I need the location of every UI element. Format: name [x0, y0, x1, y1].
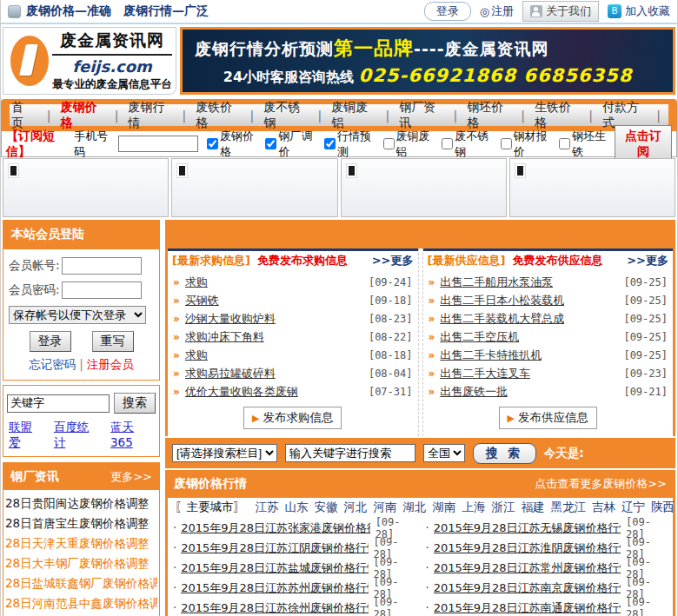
link-lantian365[interactable]: 蓝天365 — [110, 420, 156, 451]
checkbox-scrap-steel-price[interactable] — [207, 138, 218, 149]
checkbox-billet-pigiron[interactable] — [559, 138, 570, 149]
price-link[interactable]: 2015年9月28日江苏张家港废钢价格行情 — [181, 520, 370, 536]
phone-input[interactable] — [118, 136, 198, 152]
nav-item-copper-aluminum[interactable]: 废铜废铝 — [329, 100, 377, 131]
factory-news-item[interactable]: 28日贵阳闽达废钢价格调整 — [5, 493, 157, 513]
subscribe-option[interactable]: 钢坯生铁 — [559, 129, 609, 160]
factory-news-item[interactable]: 28日大丰钢厂废钢价格调整 — [5, 553, 157, 573]
password-input[interactable] — [62, 282, 142, 299]
account-input[interactable] — [62, 257, 142, 275]
ad-banner[interactable]: 废钢行情分析预测第一品牌----废金属资讯网 24小时客服咨询热线 025-66… — [180, 27, 675, 95]
logo[interactable]: 废金属资讯网 feijs.com 最专业的废金属信息平台 — [3, 27, 176, 95]
supply-item-link[interactable]: 出售二手大连叉车 — [440, 366, 530, 381]
factory-news-more-link[interactable]: 更多>> — [110, 469, 152, 485]
price-link[interactable]: 2015年9月28日江苏南京废钢价格行情 — [434, 580, 621, 596]
subscribe-option[interactable]: 钢材报价 — [501, 129, 551, 160]
subscribe-option[interactable]: 废钢价格 — [207, 129, 257, 160]
price-link[interactable]: 2015年9月28日江苏盐城废钢价格行情 — [181, 560, 368, 576]
buy-item-link[interactable]: 求购冲床下角料 — [185, 329, 264, 345]
supply-item-link[interactable]: 出售二手船用水泵油泵 — [440, 275, 553, 290]
city-link-hebei[interactable]: 河北 — [344, 500, 368, 515]
subscribe-option[interactable]: 钢厂调价 — [265, 129, 316, 160]
subscribe-option[interactable]: 废不锈钢 — [442, 129, 492, 160]
member-login-button[interactable]: 登录 — [30, 331, 71, 352]
city-link-jiangsu[interactable]: 江苏 — [256, 500, 279, 515]
nav-item-billet-price[interactable]: 钢坯价格 — [465, 100, 513, 131]
city-link-shaanxi[interactable]: 陕西 — [651, 500, 675, 515]
city-link-heilongjiang[interactable]: 黑龙江 — [551, 500, 587, 515]
price-link[interactable]: 2015年9月28日江苏苏州废钢价格行情 — [181, 580, 368, 596]
nav-item-pig-iron-price[interactable]: 生铁价格 — [533, 100, 581, 131]
price-link[interactable]: 2015年9月28日江苏江阴废钢价格行情 — [181, 540, 368, 556]
nav-item-stainless[interactable]: 废不锈钢 — [262, 100, 309, 131]
price-link[interactable]: 2015年9月28日江苏常州废钢价格行情 — [434, 560, 621, 576]
price-link[interactable]: 2015年9月28日江苏南通废钢价格行情 — [434, 600, 621, 616]
nav-item-mill-news[interactable]: 钢厂资讯 — [397, 100, 445, 131]
subscribe-option[interactable]: 行情预测 — [324, 129, 375, 160]
factory-news-item[interactable]: 28日盐城联鑫钢厂废钢价格调整 — [5, 573, 157, 593]
add-favorite-button[interactable]: B加入收藏 — [608, 3, 670, 19]
search-button[interactable]: 搜索 — [114, 393, 156, 414]
nav-item-scrap-iron-price[interactable]: 废铁价格 — [194, 100, 242, 131]
city-link-shanghai[interactable]: 上海 — [462, 500, 486, 515]
region-select[interactable]: 全国 — [423, 444, 465, 462]
city-link-shandong[interactable]: 山东 — [285, 500, 309, 515]
price-keyword-input[interactable] — [285, 444, 415, 462]
supply-item-link[interactable]: 出售废铁一批 — [440, 384, 508, 400]
buy-more-link[interactable]: >>更多 — [372, 253, 414, 268]
factory-news-item[interactable]: 28日首唐宝生废钢价格调整 — [5, 513, 157, 533]
keyword-input[interactable] — [7, 394, 110, 413]
nav-item-home[interactable]: 首 页 — [10, 100, 39, 131]
ad-placeholder[interactable] — [3, 158, 169, 217]
price-link[interactable]: 2015年9月28日江苏徐州废钢价格行情 — [181, 600, 368, 616]
checkbox-steel-quote[interactable] — [501, 138, 512, 149]
checkbox-copper-aluminum[interactable] — [383, 138, 395, 149]
buy-item-link[interactable]: 求购易拉罐破碎料 — [185, 366, 276, 381]
about-us-button[interactable]: 关于我们 — [522, 1, 599, 22]
login-button[interactable]: 登录 — [424, 2, 471, 21]
ad-placeholder[interactable] — [171, 158, 337, 217]
buy-item-link[interactable]: 买钢铁 — [185, 293, 219, 308]
city-link-jilin[interactable]: 吉林 — [592, 500, 615, 515]
supply-free-post-link[interactable]: 免费发布供应信息 — [512, 253, 602, 268]
price-link[interactable]: 2015年9月28日江苏无锡废钢价格行情 — [434, 520, 621, 536]
post-supply-button[interactable]: ▶发布供应信息 — [499, 407, 597, 429]
city-link-hunan[interactable]: 湖南 — [433, 500, 456, 515]
subscribe-option[interactable]: 废铜废铝 — [383, 129, 434, 160]
buy-free-post-link[interactable]: 免费发布求购信息 — [257, 253, 348, 268]
ad-placeholder[interactable] — [509, 158, 675, 217]
nav-item-scrap-steel-price[interactable]: 废钢价格 — [58, 100, 106, 131]
city-link-henan[interactable]: 河南 — [374, 500, 397, 515]
price-search-button[interactable]: 搜 索 — [473, 443, 536, 464]
city-link-anhui[interactable]: 安徽 — [315, 500, 338, 515]
buy-item-link[interactable]: 优价大量收购各类废钢 — [185, 384, 298, 400]
nav-item-scrap-steel-market[interactable]: 废钢行情 — [126, 100, 174, 131]
price-more-link[interactable]: 点击查看更多废钢价格>> — [535, 476, 667, 492]
buy-item-link[interactable]: 沙钢大量收购炉料 — [185, 311, 276, 327]
supply-item-link[interactable]: 出售二手卡特推扒机 — [440, 348, 542, 363]
search-category-select[interactable]: [请选择搜索栏目] — [172, 444, 277, 462]
buy-item-link[interactable]: 求购 — [185, 348, 208, 363]
city-link-zhejiang[interactable]: 浙江 — [492, 500, 515, 515]
subscribe-button[interactable]: 点击订阅 — [615, 125, 672, 163]
supply-item-link[interactable]: 出售二手空压机 — [440, 329, 519, 345]
city-link-hubei[interactable]: 湖北 — [403, 500, 427, 515]
factory-news-item[interactable]: 28日河南范县中鑫废钢价格调整 — [5, 593, 157, 613]
buy-item-link[interactable]: 求购 — [185, 275, 208, 290]
forgot-password-link[interactable]: 忘记密码 — [29, 357, 76, 371]
link-lianmengai[interactable]: 联盟爱 — [9, 420, 43, 451]
supply-item-link[interactable]: 出售二手日本小松装载机 — [440, 293, 564, 308]
supply-more-link[interactable]: >>更多 — [627, 253, 668, 268]
register-link[interactable]: ◎注册 — [480, 3, 514, 19]
reset-button[interactable]: 重写 — [92, 331, 134, 352]
supply-item-link[interactable]: 出售二手装载机大臂总成 — [440, 311, 564, 327]
checkbox-mill-adjust[interactable] — [265, 138, 276, 149]
price-link[interactable]: 2015年9月28日江苏淮阴废钢价格行情 — [434, 540, 621, 556]
factory-news-item[interactable]: 28日天津天重废钢价格调整 — [5, 533, 157, 553]
city-link-fujian[interactable]: 福建 — [522, 500, 545, 515]
checkbox-forecast[interactable] — [324, 138, 336, 149]
ad-placeholder[interactable] — [341, 158, 507, 217]
register-member-link[interactable]: 注册会员 — [87, 357, 134, 371]
post-buy-button[interactable]: ▶发布求购信息 — [243, 407, 342, 429]
checkbox-stainless[interactable] — [442, 138, 453, 149]
